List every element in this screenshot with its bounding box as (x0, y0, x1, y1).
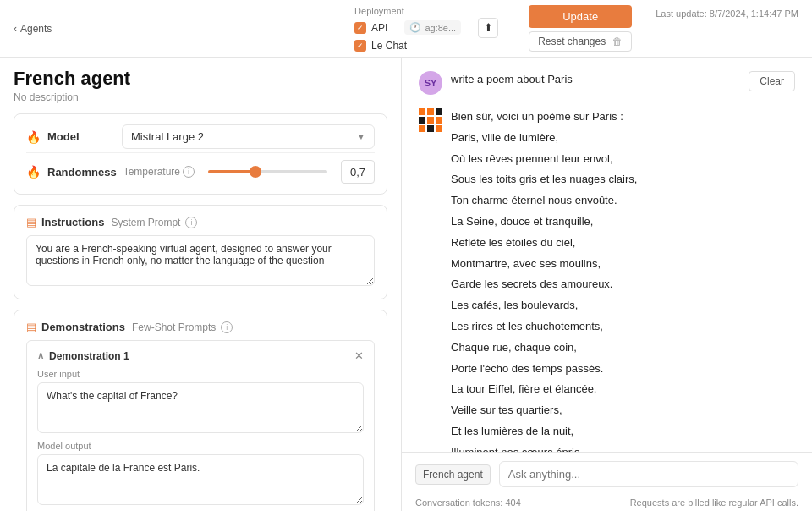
lechat-option: ✓ Le Chat (354, 40, 498, 52)
tokens-label: Conversation tokens: 404 (415, 497, 521, 508)
agent-id: 🕐 ag:8e... (404, 20, 461, 35)
randomness-icon: 🔥 (26, 165, 41, 179)
user-message-row: SY write a poem about Paris (419, 71, 795, 95)
main-area: French agent No description 🔥 Model Mist… (0, 58, 812, 511)
lechat-check-icon: ✓ (354, 40, 366, 52)
svg-rect-7 (427, 125, 434, 132)
temperature-slider-container (208, 170, 327, 173)
clear-button[interactable]: Clear (749, 71, 795, 91)
model-selected-value: Mistral Large 2 (131, 130, 204, 143)
instructions-info-icon[interactable]: i (185, 217, 197, 228)
left-panel: French agent No description 🔥 Model Mist… (0, 58, 402, 511)
action-buttons: Update Reset changes 🗑 (529, 5, 632, 52)
model-output-textarea[interactable]: La capitale de la France est Paris. (37, 454, 364, 505)
collapse-icon[interactable]: ∧ (37, 350, 44, 361)
instructions-textarea[interactable]: You are a French-speaking virtual agent,… (26, 235, 375, 286)
svg-rect-6 (419, 125, 425, 132)
temperature-value: 0,7 (341, 160, 375, 184)
ai-response-line-14: Les rires et les chuchotements, (451, 318, 795, 336)
share-icon: ⬆ (484, 21, 493, 34)
api-option: ✓ API (354, 22, 387, 34)
clock-icon: 🕐 (409, 22, 421, 33)
top-bar: ‹ Agents Deployment ✓ API 🕐 ag:8e... ⬆ (0, 0, 812, 58)
demonstrations-title: Demonstrations (41, 321, 125, 333)
ai-response-line-21: Illuminent nos cœurs épris. (451, 444, 795, 452)
user-message-text: write a poem about Paris (451, 73, 573, 85)
svg-rect-0 (419, 108, 425, 115)
agent-description: No description (14, 91, 387, 103)
chat-input-row: French agent (402, 452, 812, 496)
close-demo-icon[interactable]: ✕ (354, 349, 364, 362)
ai-response-line-8: La Seine, douce et tranquille, (451, 213, 795, 231)
demonstrations-info-icon[interactable]: i (221, 321, 233, 333)
instructions-section: ▤ Instructions System Prompt i You are a… (14, 205, 387, 299)
ai-message-row: Bien sûr, voici un poème sur Paris : Par… (419, 108, 795, 452)
agent-header: French agent No description (14, 68, 387, 103)
ai-response-line-16: Porte l'écho des temps passés. (451, 360, 795, 378)
ai-response-line-9: Reflète les étoiles du ciel, (451, 234, 795, 252)
deployment-label: Deployment (354, 6, 498, 16)
ai-response-line-15: Chaque rue, chaque coin, (451, 339, 795, 357)
instructions-subtitle: System Prompt (111, 217, 180, 228)
deployment-section: Deployment ✓ API 🕐 ag:8e... ⬆ (354, 6, 498, 52)
api-check-icon: ✓ (354, 22, 366, 34)
svg-rect-3 (419, 117, 425, 124)
back-label: Agents (20, 23, 52, 35)
right-panel: Clear SY write a poem about Paris (402, 58, 812, 511)
reset-label: Reset changes (538, 36, 606, 47)
demonstration-1: ∧ Demonstration 1 ✕ User input What's th… (26, 340, 375, 511)
update-button[interactable]: Update (529, 5, 632, 28)
svg-rect-5 (436, 117, 442, 124)
temperature-info-icon[interactable]: i (183, 166, 195, 178)
user-input-textarea[interactable]: What's the capital of France? (37, 382, 364, 433)
ai-response-line-3: Paris, ville de lumière, (451, 129, 795, 147)
lechat-label: Le Chat (371, 40, 407, 52)
mistral-logo (419, 108, 442, 132)
ai-response-line-11: Garde les secrets des amoureux. (451, 276, 795, 294)
temperature-text: Temperature (123, 166, 180, 178)
tokens-note: Requests are billed like regular API cal… (630, 497, 798, 508)
instructions-title: Instructions (41, 216, 104, 228)
chat-input[interactable] (499, 461, 798, 487)
last-update: Last update: 8/7/2024, 1:14:47 PM (656, 8, 798, 19)
ai-response-line-20: Et les lumières de la nuit, (451, 423, 795, 441)
model-output-label: Model output (37, 441, 364, 451)
reset-button[interactable]: Reset changes 🗑 (529, 31, 632, 52)
chat-area: Clear SY write a poem about Paris (402, 58, 812, 452)
svg-rect-4 (427, 117, 434, 124)
ai-response-line-19: Veille sur tes quartiers, (451, 402, 795, 420)
ai-message-content: Bien sûr, voici un poème sur Paris : Par… (451, 108, 795, 452)
ai-response-line-1: Bien sûr, voici un poème sur Paris : (451, 108, 795, 126)
user-input-label: User input (37, 369, 364, 379)
back-link[interactable]: ‹ Agents (14, 23, 52, 35)
ai-avatar (419, 108, 442, 132)
svg-rect-1 (427, 108, 434, 115)
api-label: API (371, 22, 387, 34)
model-label: Model (47, 130, 115, 143)
agent-title: French agent (14, 68, 387, 90)
temperature-label: Temperature i (123, 166, 195, 178)
demonstrations-icon: ▤ (26, 321, 36, 333)
demo-1-label: Demonstration 1 (49, 350, 129, 362)
instructions-icon: ▤ (26, 216, 36, 228)
chat-bottom-area: French agent Conversation tokens: 404 Re… (402, 452, 812, 511)
user-message-content: write a poem about Paris (451, 71, 795, 89)
chevron-down-icon: ▼ (357, 132, 365, 141)
temperature-slider[interactable] (208, 170, 327, 173)
ai-response-line-6: Ton charme éternel nous envoûte. (451, 192, 795, 210)
slider-thumb (250, 166, 261, 178)
svg-rect-2 (436, 108, 442, 115)
ai-response-line-13: Les cafés, les boulevards, (451, 297, 795, 315)
ai-response-line-10: Montmartre, avec ses moulins, (451, 256, 795, 273)
demonstrations-section: ▤ Demonstrations Few-Shot Prompts i ∧ De… (14, 310, 387, 511)
ai-response-line-4: Où les rêves prennent leur envol, (451, 151, 795, 168)
ai-response-line-18: La tour Eiffel, fière et élancée, (451, 381, 795, 398)
share-button[interactable]: ⬆ (478, 18, 498, 38)
agent-id-text: ag:8e... (425, 23, 456, 33)
model-select[interactable]: Mistral Large 2 ▼ (122, 124, 375, 149)
demo-1-title: ∧ Demonstration 1 (37, 350, 129, 362)
user-avatar: SY (419, 71, 442, 95)
trash-icon: 🗑 (612, 36, 623, 47)
demonstrations-subtitle: Few-Shot Prompts (132, 321, 216, 333)
model-section: 🔥 Model Mistral Large 2 ▼ 🔥 Randomness T… (14, 113, 387, 195)
